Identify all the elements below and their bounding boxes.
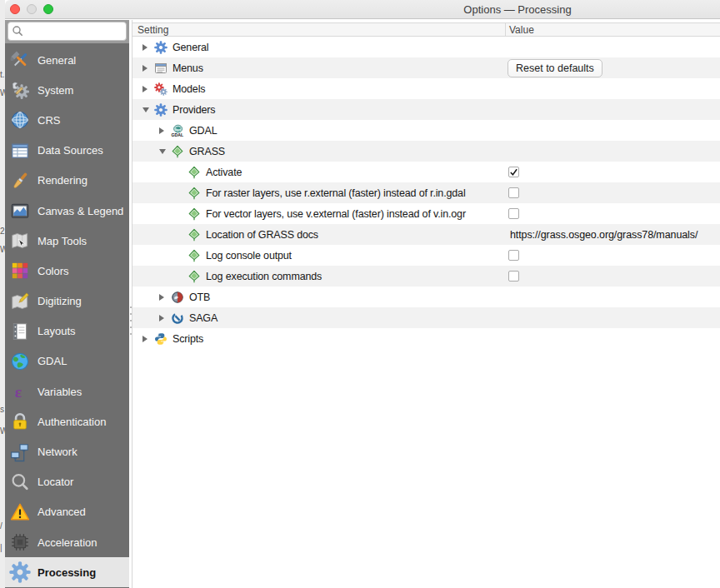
tree-row-content: Activate <box>172 162 242 182</box>
checkbox-unchecked[interactable] <box>508 271 519 282</box>
crs-globe-icon <box>8 109 31 131</box>
expand-arrow-icon[interactable] <box>156 314 171 322</box>
sidebar-item-label: General <box>38 54 76 67</box>
sidebar-item-data-sources[interactable]: Data Sources <box>5 136 129 166</box>
search-input[interactable] <box>8 22 127 41</box>
tree-row-scripts[interactable]: Scripts <box>132 328 720 349</box>
tools-icon <box>8 49 31 71</box>
grass-icon <box>188 270 201 283</box>
sidebar-item-map-tools[interactable]: Map Tools <box>5 226 129 256</box>
sidebar-item-rendering[interactable]: Rendering <box>5 166 129 196</box>
checkbox-checked[interactable] <box>508 167 519 177</box>
zoom-button[interactable] <box>43 4 53 14</box>
sidebar-item-crs[interactable]: CRS <box>5 105 129 135</box>
sidebar-item-network[interactable]: Network <box>5 436 129 466</box>
settings-panel: Setting Value General MenusReset to defa… <box>132 20 720 588</box>
collapse-arrow-icon[interactable] <box>156 148 171 155</box>
sidebar-item-authentication[interactable]: Authentication <box>5 406 129 436</box>
tree-row-for-raster-layers-use-r-external-faster-instead-of-r-in-gdal[interactable]: For raster layers, use r.external (faste… <box>132 182 720 203</box>
system-icon <box>8 79 31 101</box>
grass-icon <box>188 249 201 262</box>
sidebar-item-label: Canvas & Legend <box>38 205 123 217</box>
sidebar-search-area <box>5 20 129 43</box>
chip-icon <box>8 531 31 553</box>
saga-icon <box>171 311 184 325</box>
tree-row-models[interactable]: Models <box>132 78 720 99</box>
tree-row-gdal[interactable]: GDALGDAL <box>132 120 720 141</box>
sidebar-item-label: Rendering <box>38 174 88 187</box>
expand-arrow-icon[interactable] <box>139 85 154 93</box>
magnifier-icon <box>8 471 31 493</box>
close-button[interactable] <box>10 4 20 14</box>
reset-to-defaults-button[interactable]: Reset to defaults <box>508 59 602 77</box>
processing-gear-icon <box>8 561 31 583</box>
checkbox-unchecked[interactable] <box>508 187 519 198</box>
titlebar[interactable]: Options — Processing <box>5 0 720 19</box>
python-icon <box>154 332 168 346</box>
tree-row-saga[interactable]: SAGA <box>132 307 720 328</box>
tree-row-content: GRASS <box>156 141 225 162</box>
tree-row-for-vector-layers-use-v-external-faster-instead-of-v-in-ogr[interactable]: For vector layers, use v.external (faste… <box>132 203 720 224</box>
grass-icon <box>188 228 201 242</box>
tree-row-otb[interactable]: OTB <box>132 287 720 307</box>
table-icon <box>8 140 31 162</box>
sidebar-item-label: Map Tools <box>38 235 87 247</box>
tree-row-activate[interactable]: Activate <box>132 162 720 182</box>
sidebar-item-colors[interactable]: Colors <box>5 256 129 286</box>
value-cell <box>506 266 720 287</box>
sidebar-item-digitizing[interactable]: Digitizing <box>5 287 129 316</box>
expand-arrow-icon[interactable] <box>139 64 154 72</box>
tree-row-providers[interactable]: Providers <box>132 99 720 120</box>
tree-row-location-of-grass-docs[interactable]: Location of GRASS docshttps://grass.osge… <box>132 224 720 245</box>
sidebar-item-general[interactable]: General <box>5 45 129 75</box>
tree-row-label: Log console output <box>206 250 292 262</box>
sidebar-item-label: Data Sources <box>38 144 103 157</box>
models-icon <box>154 82 168 96</box>
tree-row-menus[interactable]: MenusReset to defaults <box>132 57 720 78</box>
expand-arrow-icon[interactable] <box>156 293 171 301</box>
checkbox-unchecked[interactable] <box>508 250 519 261</box>
collapse-arrow-icon[interactable] <box>139 107 154 113</box>
traffic-lights <box>10 4 53 14</box>
expand-arrow-icon[interactable] <box>139 335 154 343</box>
tree-row-content: SAGA <box>156 307 218 328</box>
tree-row-grass[interactable]: GRASS <box>132 141 720 162</box>
expand-arrow-icon[interactable] <box>139 43 154 52</box>
sidebar-item-label: Digitizing <box>38 295 82 307</box>
sidebar-item-advanced[interactable]: Advanced <box>5 497 129 527</box>
sidebar-item-processing[interactable]: Processing <box>5 557 129 587</box>
tree-row-log-execution-commands[interactable]: Log execution commands <box>132 266 720 287</box>
sidebar-item-label: Locator <box>38 476 73 488</box>
lock-icon <box>8 411 31 432</box>
tree-row-general[interactable]: General <box>132 37 720 57</box>
background-window-fragment: | <box>0 543 2 552</box>
value-cell: Reset to defaults <box>506 57 720 78</box>
sidebar-item-locator[interactable]: Locator <box>5 467 129 497</box>
sidebar-item-canvas-legend[interactable]: Canvas & Legend <box>5 196 129 226</box>
sidebar-item-label: Variables <box>38 386 82 398</box>
tree-row-content: Menus <box>139 57 203 78</box>
checkbox-unchecked[interactable] <box>508 208 519 219</box>
sidebar-item-acceleration[interactable]: Acceleration <box>5 527 129 557</box>
grass-icon <box>171 145 184 158</box>
sidebar-item-layouts[interactable]: Layouts <box>5 316 129 346</box>
column-header-value: Value <box>509 24 534 36</box>
tree-row-content: Scripts <box>139 328 203 349</box>
canvas-icon <box>8 200 31 222</box>
tree-row-log-console-output[interactable]: Log console output <box>132 245 720 266</box>
column-divider[interactable] <box>505 23 506 36</box>
value-text[interactable]: https://grass.osgeo.org/grass78/manuals/ <box>510 229 698 241</box>
value-cell <box>506 245 720 266</box>
menus-icon <box>154 62 168 75</box>
minimize-button[interactable] <box>27 4 37 14</box>
value-cell <box>506 182 720 203</box>
tree-row-label: GRASS <box>189 146 225 157</box>
expand-arrow-icon[interactable] <box>156 127 171 135</box>
sidebar-item-gdal[interactable]: GDAL <box>5 346 129 376</box>
grass-icon <box>188 166 201 179</box>
gear-blue-icon <box>154 103 168 117</box>
sidebar-item-variables[interactable]: εVariables <box>5 376 129 406</box>
tree-row-content: General <box>139 37 208 57</box>
background-window-fragment: s <box>0 405 4 414</box>
sidebar-item-system[interactable]: System <box>5 75 129 105</box>
